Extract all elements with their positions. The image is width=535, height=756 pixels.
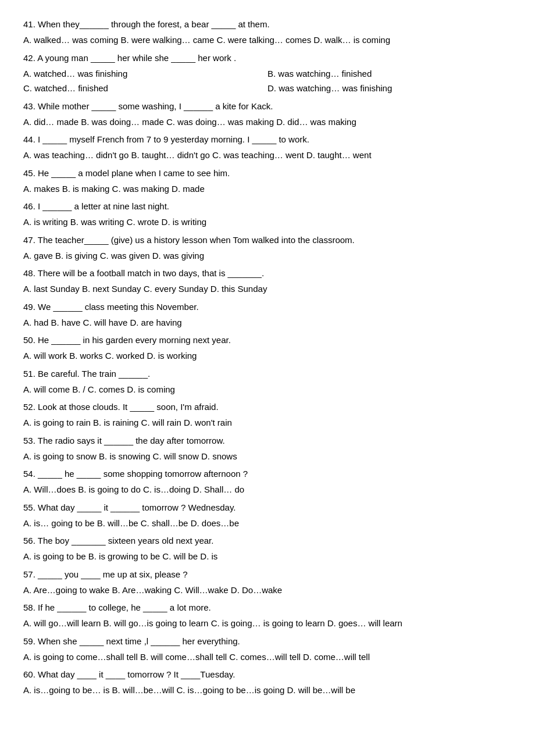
- options-line-49: A. had B. have C. will have D. are havin…: [23, 315, 512, 330]
- options-line-54: A. Will…does B. is going to do C. is…doi…: [23, 482, 512, 497]
- options-line-47: A. gave B. is giving C. was given D. was…: [23, 248, 512, 263]
- question-block-44: 44. I _____ myself French from 7 to 9 ye…: [23, 133, 512, 163]
- question-text-47: 47. The teacher_____ (give) us a history…: [23, 233, 512, 247]
- option-42-D: D. was watching… was finishing: [268, 81, 512, 96]
- question-block-48: 48. There will be a football match in tw…: [23, 266, 512, 297]
- options-line-41: A. walked… was coming B. were walking… c…: [23, 33, 512, 48]
- question-block-53: 53. The radio says it ______ the day aft…: [23, 434, 512, 464]
- question-text-42: 42. A young man _____ her while she ____…: [23, 51, 512, 65]
- options-grid-42: A. watched… was finishingB. was watching…: [23, 66, 512, 96]
- question-block-59: 59. When she _____ next time ,l ______ h…: [23, 634, 512, 665]
- options-line-46: A. is writing B. was writing C. wrote D.…: [23, 215, 512, 230]
- options-line-59: A. is going to come…shall tell B. will c…: [23, 650, 512, 665]
- options-line-57: A. Are…going to wake B. Are…waking C. Wi…: [23, 583, 512, 598]
- question-text-55: 55. What day _____ it ______ tomorrow ? …: [23, 501, 512, 515]
- options-line-52: A. is going to rain B. is raining C. wil…: [23, 415, 512, 430]
- question-text-51: 51. Be careful. The train ______.: [23, 367, 512, 381]
- options-line-48: A. last Sunday B. next Sunday C. every S…: [23, 281, 512, 297]
- options-line-53: A. is going to snow B. is snowing C. wil…: [23, 449, 512, 464]
- question-block-60: 60. What day ____ it ____ tomorrow ? It …: [23, 668, 512, 698]
- options-line-56: A. is going to be B. is growing to be C.…: [23, 549, 512, 564]
- options-line-45: A. makes B. is making C. was making D. m…: [23, 181, 512, 197]
- question-block-55: 55. What day _____ it ______ tomorrow ? …: [23, 501, 512, 531]
- question-text-43: 43. While mother _____ some washing, I _…: [23, 99, 512, 113]
- options-line-50: A. will work B. works C. worked D. is wo…: [23, 348, 512, 363]
- question-text-46: 46. I ______ a letter at nine last night…: [23, 199, 512, 213]
- question-text-48: 48. There will be a football match in tw…: [23, 266, 512, 280]
- options-line-51: A. will come B. / C. comes D. is coming: [23, 382, 512, 397]
- question-text-56: 56. The boy _______ sixteen years old ne…: [23, 534, 512, 548]
- question-block-58: 58. If he ______ to college, he _____ a …: [23, 601, 512, 631]
- option-42-C: C. watched… finished: [23, 81, 268, 96]
- question-block-50: 50. He ______ in his garden every mornin…: [23, 333, 512, 363]
- options-line-60: A. is…going to be… is B. will…be…will C.…: [23, 683, 512, 698]
- question-text-44: 44. I _____ myself French from 7 to 9 ye…: [23, 133, 512, 147]
- question-text-60: 60. What day ____ it ____ tomorrow ? It …: [23, 668, 512, 682]
- question-text-57: 57. _____ you ____ me up at six, please …: [23, 568, 512, 582]
- question-block-57: 57. _____ you ____ me up at six, please …: [23, 568, 512, 598]
- question-text-54: 54. _____ he _____ some shopping tomorro…: [23, 467, 512, 481]
- question-block-51: 51. Be careful. The train ______.A. will…: [23, 367, 512, 397]
- option-42-A: A. watched… was finishing: [23, 66, 268, 81]
- question-block-45: 45. He _____ a model plane when I came t…: [23, 166, 512, 197]
- question-text-52: 52. Look at those clouds. It _____ soon,…: [23, 400, 512, 414]
- options-line-58: A. will go…will learn B. will go…is goin…: [23, 616, 512, 631]
- options-line-43: A. did… made B. was doing… made C. was d…: [23, 115, 512, 130]
- question-text-49: 49. We ______ class meeting this Novembe…: [23, 300, 512, 314]
- question-block-52: 52. Look at those clouds. It _____ soon,…: [23, 400, 512, 430]
- question-block-41: 41. When they______ through the forest, …: [23, 17, 512, 48]
- quiz-content: 41. When they______ through the forest, …: [23, 17, 512, 698]
- question-block-56: 56. The boy _______ sixteen years old ne…: [23, 534, 512, 564]
- option-42-B: B. was watching… finished: [268, 66, 512, 81]
- question-block-43: 43. While mother _____ some washing, I _…: [23, 99, 512, 130]
- question-block-54: 54. _____ he _____ some shopping tomorro…: [23, 467, 512, 497]
- question-text-41: 41. When they______ through the forest, …: [23, 17, 512, 31]
- question-text-45: 45. He _____ a model plane when I came t…: [23, 166, 512, 180]
- question-text-58: 58. If he ______ to college, he _____ a …: [23, 601, 512, 615]
- question-block-42: 42. A young man _____ her while she ____…: [23, 51, 512, 96]
- options-line-55: A. is… going to be B. will…be C. shall…b…: [23, 516, 512, 531]
- question-text-59: 59. When she _____ next time ,l ______ h…: [23, 634, 512, 648]
- options-line-44: A. was teaching… didn't go B. taught… di…: [23, 148, 512, 163]
- question-text-53: 53. The radio says it ______ the day aft…: [23, 434, 512, 448]
- question-block-46: 46. I ______ a letter at nine last night…: [23, 199, 512, 230]
- question-block-49: 49. We ______ class meeting this Novembe…: [23, 300, 512, 330]
- question-block-47: 47. The teacher_____ (give) us a history…: [23, 233, 512, 263]
- question-text-50: 50. He ______ in his garden every mornin…: [23, 333, 512, 347]
